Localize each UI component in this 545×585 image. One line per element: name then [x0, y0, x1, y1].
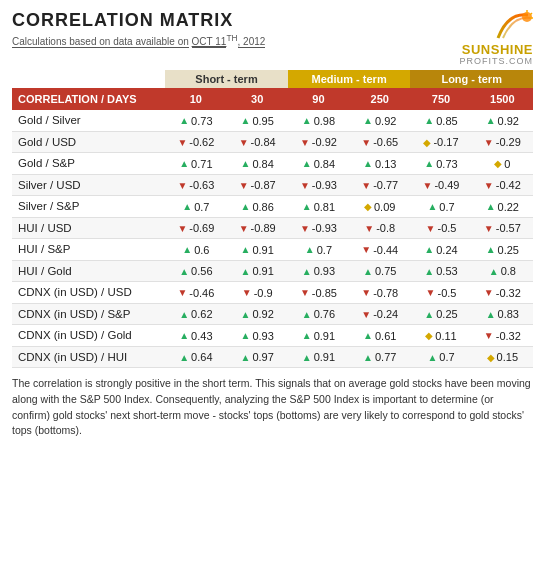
cell-value: ◆0.15: [472, 346, 533, 368]
col-header-correlation: CORRELATION / DAYS: [12, 88, 165, 110]
row-label: Gold / Silver: [12, 110, 165, 131]
numeric-value: -0.24: [373, 308, 398, 320]
arrow-up-icon: ▲: [240, 352, 250, 363]
numeric-value: -0.42: [496, 179, 521, 191]
row-label: Silver / USD: [12, 174, 165, 196]
arrow-up-icon: ▲: [302, 158, 312, 169]
main-container: CORRELATION MATRIX Calculations based on…: [0, 0, 545, 449]
cell-value: ▲0.86: [227, 196, 288, 218]
empty-corner: [12, 70, 165, 88]
numeric-value: 0.24: [436, 244, 457, 256]
arrow-down-icon: ▼: [177, 223, 187, 234]
arrow-up-icon: ▲: [424, 115, 434, 126]
col-header-250: 250: [349, 88, 410, 110]
numeric-value: 0.76: [314, 308, 335, 320]
arrow-down-icon: ▼: [426, 223, 436, 234]
cell-value: ▼-0.32: [472, 282, 533, 304]
cell-value: ▼-0.42: [472, 174, 533, 196]
arrow-up-icon: ▲: [486, 115, 496, 126]
arrow-up-icon: ▲: [182, 201, 192, 212]
arrow-up-icon: ▲: [179, 309, 189, 320]
arrow-up-icon: ▲: [424, 309, 434, 320]
cell-value: ▼-0.32: [472, 325, 533, 347]
footer-text: The correlation is strongly positive in …: [12, 376, 533, 439]
numeric-value: -0.77: [373, 179, 398, 191]
numeric-value: 0.56: [191, 265, 212, 277]
row-label: Gold / S&P: [12, 153, 165, 175]
cell-value: ▲0.81: [288, 196, 349, 218]
numeric-value: 0.43: [191, 330, 212, 342]
numeric-value: 0.25: [498, 244, 519, 256]
arrow-down-icon: ▼: [242, 287, 252, 298]
arrow-up-icon: ▲: [240, 309, 250, 320]
cell-value: ▲0.56: [165, 260, 226, 282]
cell-value: ▼-0.49: [410, 174, 471, 196]
numeric-value: -0.89: [251, 222, 276, 234]
arrow-up-icon: ▲: [179, 352, 189, 363]
cell-value: ▲0.76: [288, 303, 349, 325]
arrow-up-icon: ▲: [363, 330, 373, 341]
arrow-down-icon: ▼: [484, 330, 494, 341]
numeric-value: -0.62: [189, 136, 214, 148]
cell-value: ▼-0.89: [227, 217, 288, 239]
numeric-value: -0.49: [434, 179, 459, 191]
arrow-down-icon: ▼: [300, 287, 310, 298]
table-row: CDNX (in USD) / HUI▲0.64▲0.97▲0.91▲0.77▲…: [12, 346, 533, 368]
arrow-up-icon: ▲: [240, 244, 250, 255]
row-label: HUI / Gold: [12, 260, 165, 282]
arrow-up-icon: ▲: [424, 158, 434, 169]
numeric-value: -0.92: [312, 136, 337, 148]
cell-value: ▲0.84: [288, 153, 349, 175]
arrow-neutral-icon: ◆: [364, 201, 372, 212]
cell-value: ▲0.91: [227, 260, 288, 282]
numeric-value: -0.5: [437, 287, 456, 299]
arrow-up-icon: ▲: [363, 115, 373, 126]
cell-value: ▲0.8: [472, 260, 533, 282]
arrow-up-icon: ▲: [305, 244, 315, 255]
numeric-value: 0.98: [314, 115, 335, 127]
row-label: CDNX (in USD) / S&P: [12, 303, 165, 325]
table-body: Gold / Silver▲0.73▲0.95▲0.98▲0.92▲0.85▲0…: [12, 110, 533, 368]
arrow-down-icon: ▼: [239, 223, 249, 234]
cell-value: ▲0.7: [288, 239, 349, 261]
cell-value: ▲0.43: [165, 325, 226, 347]
arrow-up-icon: ▲: [363, 158, 373, 169]
arrow-up-icon: ▲: [302, 201, 312, 212]
arrow-up-icon: ▲: [486, 201, 496, 212]
cell-value: ▲0.84: [227, 153, 288, 175]
col-header-30: 30: [227, 88, 288, 110]
cell-value: ◆0.09: [349, 196, 410, 218]
numeric-value: 0.92: [498, 115, 519, 127]
table-row: CDNX (in USD) / S&P▲0.62▲0.92▲0.76▼-0.24…: [12, 303, 533, 325]
numeric-value: -0.69: [189, 222, 214, 234]
arrow-down-icon: ▼: [300, 180, 310, 191]
header-row: CORRELATION MATRIX Calculations based on…: [12, 10, 533, 66]
arrow-neutral-icon: ◆: [425, 330, 433, 341]
logo-block: SUNSHINE PROFITS.COM: [460, 10, 534, 66]
numeric-value: 0.8: [501, 265, 516, 277]
numeric-value: 0.81: [314, 201, 335, 213]
arrow-down-icon: ▼: [361, 180, 371, 191]
subtitle-sup: TH: [226, 33, 237, 43]
numeric-value: -0.9: [254, 287, 273, 299]
arrow-up-icon: ▲: [302, 115, 312, 126]
cell-value: ▲0.73: [410, 153, 471, 175]
cell-value: ▼-0.65: [349, 131, 410, 153]
table-row: Gold / USD▼-0.62▼-0.84▼-0.92▼-0.65◆-0.17…: [12, 131, 533, 153]
arrow-up-icon: ▲: [182, 244, 192, 255]
numeric-value: 0.91: [252, 265, 273, 277]
cell-value: ▼-0.9: [227, 282, 288, 304]
arrow-down-icon: ▼: [361, 244, 371, 255]
arrow-up-icon: ▲: [179, 266, 189, 277]
arrow-down-icon: ▼: [484, 137, 494, 148]
logo-text-line1: SUNSHINE: [460, 43, 534, 56]
table-row: CDNX (in USD) / USD▼-0.46▼-0.9▼-0.85▼-0.…: [12, 282, 533, 304]
numeric-value: -0.93: [312, 222, 337, 234]
numeric-value: -0.17: [433, 136, 458, 148]
arrow-up-icon: ▲: [302, 352, 312, 363]
cell-value: ▼-0.92: [288, 131, 349, 153]
cell-value: ▼-0.5: [410, 282, 471, 304]
cell-value: ▼-0.46: [165, 282, 226, 304]
numeric-value: 0.83: [498, 308, 519, 320]
numeric-value: 0.64: [191, 351, 212, 363]
